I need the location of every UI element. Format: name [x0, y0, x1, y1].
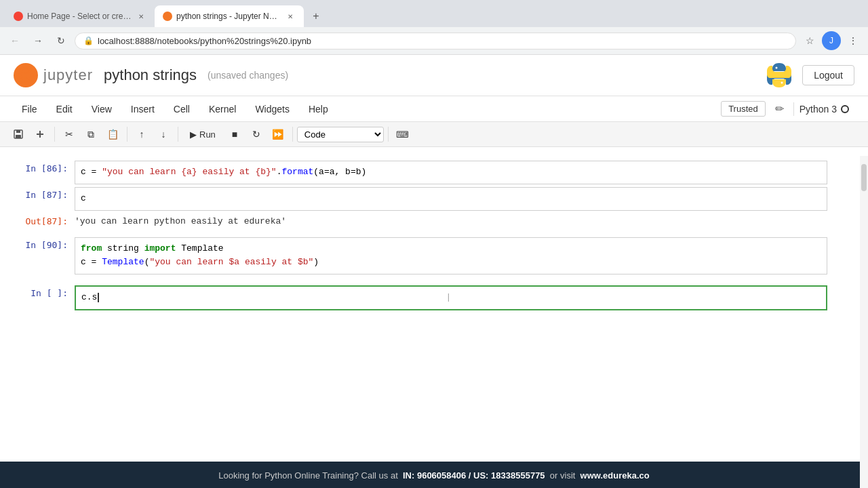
cell-87-content[interactable]: c [75, 187, 827, 211]
tab-bar: Home Page - Select or create a... ✕ pyth… [0, 0, 868, 27]
menu-help[interactable]: Help [300, 101, 336, 117]
url-text: localhost:8888/notebooks/python%20string… [98, 36, 311, 46]
jupyter-logo-icon [14, 63, 38, 87]
menu-cell[interactable]: Cell [165, 101, 198, 117]
logout-button[interactable]: Logout [802, 65, 854, 85]
cursor-indicator: | [446, 291, 451, 304]
svg-point-0 [21, 68, 31, 73]
kernel-indicator: Python 3 [793, 102, 854, 116]
cell-90-input: from string import Template c = Template… [75, 238, 827, 274]
toolbar-separator-1 [54, 127, 55, 142]
save-button[interactable] [8, 125, 28, 144]
scrollbar-thumb[interactable] [861, 164, 867, 191]
svg-point-3 [31, 74, 34, 77]
kernel-circle [841, 105, 849, 113]
cell-90-content[interactable]: from string import Template c = Template… [75, 237, 827, 275]
home-tab[interactable]: Home Page - Select or create a... ✕ [5, 5, 155, 27]
jupyter-logo: jupyter [14, 63, 93, 87]
restart-run-button[interactable]: ⏩ [268, 125, 288, 144]
cell-87: In [87]: c [14, 187, 827, 211]
svg-point-1 [21, 78, 31, 83]
keyboard-shortcuts-button[interactable]: ⌨ [393, 125, 413, 144]
restart-button[interactable]: ↻ [246, 125, 267, 144]
address-bar: ← → ↻ 🔒 localhost:8888/notebooks/python%… [0, 27, 868, 54]
menubar: File Edit View Insert Cell Kernel Widget… [0, 96, 868, 122]
toolbar-separator-4 [292, 127, 293, 142]
active-cell-input[interactable]: c.s | [76, 287, 826, 309]
cut-button[interactable]: ✂ [59, 125, 79, 144]
menu-edit[interactable]: Edit [48, 101, 81, 117]
extensions-icon[interactable]: ⋮ [844, 31, 863, 50]
python-logo [764, 60, 794, 90]
banner-website[interactable]: www.edureka.co [580, 470, 650, 481]
jupyter-tab-title: python strings - Jupyter Notebo... [176, 12, 281, 21]
cell-90-line1: from string import Template [81, 243, 224, 253]
menu-view[interactable]: View [83, 101, 120, 117]
active-cell-prompt: In [ ]: [14, 285, 75, 298]
bottom-banner: Looking for Python Online Training? Call… [0, 462, 868, 488]
cell-86-content[interactable]: c = "you can learn {a} easily at {b}".fo… [75, 161, 827, 184]
cell-87-input: c [75, 188, 827, 210]
paste-button[interactable]: 📋 [102, 125, 123, 144]
menu-file[interactable]: File [14, 101, 45, 117]
refresh-button[interactable]: ↻ [52, 31, 71, 50]
unsaved-indicator: (unsaved changes) [208, 70, 288, 81]
header-right: Logout [764, 60, 854, 90]
back-button[interactable]: ← [5, 31, 24, 50]
active-cell-content[interactable]: c.s | [75, 285, 827, 310]
cell-90-line2: c = Template("you can learn $a easily at… [81, 257, 319, 267]
trusted-button[interactable]: Trusted [721, 101, 766, 117]
home-favicon [14, 12, 23, 21]
menubar-right: Trusted ✏ Python 3 [721, 100, 854, 117]
output-87-content: 'you can learn python easily at edureka' [75, 214, 286, 226]
forward-button[interactable]: → [28, 31, 47, 50]
output-87: Out[87]: 'you can learn python easily at… [14, 214, 827, 226]
jupyter-logo-text: jupyter [43, 66, 93, 84]
banner-text: Looking for Python Online Training? Call… [218, 470, 649, 481]
active-cell: In [ ]: c.s | [14, 285, 827, 310]
svg-point-4 [776, 67, 778, 69]
move-down-button[interactable]: ↓ [153, 125, 174, 144]
banner-phone: IN: 9606058406 / US: 18338555775 [403, 470, 545, 481]
new-tab-button[interactable]: + [307, 7, 326, 26]
copy-button[interactable]: ⧉ [81, 125, 101, 144]
notebook-scrollbar[interactable] [860, 156, 868, 462]
text-cursor [98, 293, 99, 302]
jupyter-tab[interactable]: python strings - Jupyter Notebo... ✕ [155, 5, 304, 27]
notebook-area[interactable]: In [86]: c = "you can learn {a} easily a… [0, 147, 868, 462]
jupyter-tab-close[interactable]: ✕ [285, 11, 296, 22]
toolbar-separator-5 [388, 127, 389, 142]
stop-button[interactable]: ■ [224, 125, 245, 144]
cell-87-prompt: In [87]: [14, 187, 75, 200]
svg-point-2 [18, 74, 22, 77]
address-actions: ☆ J ⋮ [800, 31, 863, 50]
menu-kernel[interactable]: Kernel [201, 101, 244, 117]
svg-rect-8 [16, 135, 21, 138]
toolbar-separator-2 [127, 127, 127, 142]
toolbar: ✂ ⧉ 📋 ↑ ↓ ▶ Run ■ ↻ ⏩ Code Markdown Raw … [0, 122, 868, 147]
url-bar[interactable]: 🔒 localhost:8888/notebooks/python%20stri… [75, 33, 796, 49]
cell-86-prompt: In [86]: [14, 161, 75, 174]
menu-insert[interactable]: Insert [123, 101, 163, 117]
add-cell-button[interactable] [30, 125, 50, 144]
cell-86: In [86]: c = "you can learn {a} easily a… [14, 161, 827, 184]
svg-rect-7 [16, 130, 20, 133]
cell-90-prompt: In [90]: [14, 237, 75, 250]
profile-icon[interactable]: J [822, 31, 841, 50]
home-tab-close[interactable]: ✕ [136, 11, 146, 22]
run-button[interactable]: ▶ Run [182, 127, 223, 142]
bookmark-icon[interactable]: ☆ [800, 31, 819, 50]
cell-type-select[interactable]: Code Markdown Raw NBConvert [297, 127, 384, 142]
edit-icon-button[interactable]: ✏ [771, 100, 788, 117]
cell-86-code: c = "you can learn {a} easily at {b}".fo… [81, 167, 366, 177]
notebook-title[interactable]: python strings [104, 66, 197, 84]
cell-86-input: c = "you can learn {a} easily at {b}".fo… [75, 161, 827, 184]
output-87-prompt: Out[87]: [14, 214, 75, 226]
jupyter-container: jupyter python strings (unsaved changes)… [0, 55, 868, 488]
cell-90: In [90]: from string import Template c =… [14, 237, 827, 275]
jupyter-favicon [163, 12, 172, 21]
move-up-button[interactable]: ↑ [132, 125, 152, 144]
kernel-label: Python 3 [800, 104, 837, 115]
toolbar-separator-3 [178, 127, 178, 142]
menu-widgets[interactable]: Widgets [247, 101, 298, 117]
